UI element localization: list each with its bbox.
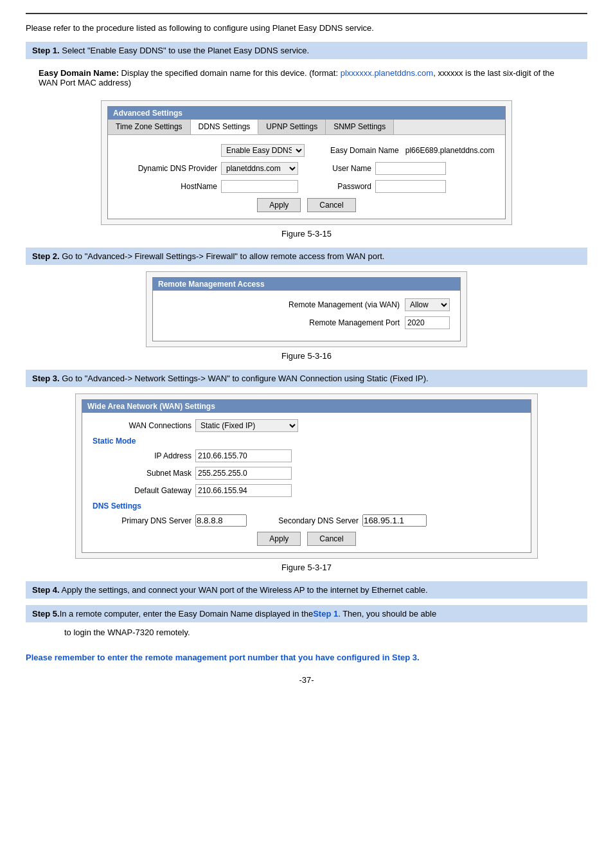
tab-upnp[interactable]: UPNP Settings	[258, 120, 326, 134]
step2-bar: Step 2. Go to "Advanced-> Firewall Setti…	[26, 248, 587, 265]
step1-num: Step 1.	[32, 46, 60, 55]
user-name-pair: User Name	[324, 162, 446, 175]
adv-body: Enable Easy DDNS Easy Domain Name pl66E6…	[108, 135, 505, 219]
adv-apply-button[interactable]: Apply	[257, 198, 301, 212]
step2-text: Go to "Advanced-> Firewall Settings-> Fi…	[60, 251, 385, 261]
adv-cancel-button[interactable]: Cancel	[307, 198, 355, 212]
dynamic-dns-select[interactable]: planetddns.com	[221, 162, 298, 175]
step5-num: Step 5.	[32, 609, 60, 619]
page-num: -37-	[26, 675, 587, 685]
adv-tabs: Time Zone Settings DDNS Settings UPNP Se…	[108, 120, 505, 135]
user-name-label: User Name	[324, 164, 375, 173]
step5-bar: Step 5. In a remote computer, enter the …	[26, 605, 587, 622]
hostname-label: HostName	[118, 182, 221, 191]
intro-text: Please refer to the procedure listed as …	[26, 23, 587, 33]
wan-panel: Wide Area Network (WAN) Settings WAN Con…	[82, 399, 531, 553]
dns-row: Primary DNS Server Secondary DNS Server	[93, 514, 520, 527]
wan-btn-row: Apply Cancel	[93, 532, 520, 546]
figure1-container: Advanced Settings Time Zone Settings DDN…	[101, 100, 512, 225]
password-label: Password	[324, 182, 375, 191]
figure2-caption: Figure 5-3-16	[26, 351, 587, 361]
wan-body: WAN Connections Static (Fixed IP) Static…	[82, 413, 531, 552]
step2-num: Step 2.	[32, 251, 60, 261]
step3-num: Step 3.	[32, 374, 60, 383]
dynamic-dns-row: Dynamic DNS Provider planetddns.com User…	[118, 162, 495, 175]
tab-time-zone[interactable]: Time Zone Settings	[108, 120, 191, 134]
wan-panel-title: Wide Area Network (WAN) Settings	[82, 400, 531, 413]
step1-domain-example: plxxxxxx.planetddns.com	[341, 68, 434, 78]
secondary-dns-pair: Secondary DNS Server	[272, 514, 427, 527]
figure1-caption: Figure 5-3-15	[26, 229, 587, 239]
tab-ddns[interactable]: DDNS Settings	[191, 120, 259, 134]
easy-domain-value: pl66E689.planetddns.com	[405, 146, 495, 155]
tab-snmp[interactable]: SNMP Settings	[326, 120, 394, 134]
step5-text-after: . Then, you should be able	[338, 609, 436, 619]
step1-bar: Step 1. Select "Enable Easy DDNS" to use…	[26, 42, 587, 59]
easy-domain-pair: Easy Domain Name pl66E689.planetddns.com	[330, 146, 495, 155]
step3-bar: Step 3. Go to "Advanced-> Network Settin…	[26, 370, 587, 387]
rm-via-wan-row: Remote Management (via WAN) Allow	[163, 298, 450, 311]
password-input[interactable]	[375, 180, 446, 193]
adv-btn-row: Apply Cancel	[118, 198, 495, 212]
step5-wrapper: Step 5. In a remote computer, enter the …	[26, 605, 587, 644]
step5-step-ref: Step 1	[313, 609, 338, 619]
secondary-dns-label: Secondary DNS Server	[272, 516, 362, 525]
step1-detail-text: Display the specified domain name for th…	[119, 68, 341, 78]
gateway-input[interactable]	[195, 484, 292, 497]
rm-via-wan-label: Remote Management (via WAN)	[289, 300, 400, 309]
hostname-row: HostName Password	[118, 180, 495, 193]
easy-domain-label: Easy Domain Name	[330, 146, 403, 155]
subnet-label: Subnet Mask	[93, 469, 195, 478]
wan-apply-button[interactable]: Apply	[257, 532, 301, 546]
step4-bar: Step 4. Apply the settings, and connect …	[26, 581, 587, 599]
subnet-row: Subnet Mask	[93, 467, 520, 480]
step4-num: Step 4.	[32, 585, 60, 595]
remember-note: Please remember to enter the remote mana…	[26, 653, 587, 662]
rm-port-row: Remote Management Port	[163, 316, 450, 329]
password-pair: Password	[324, 180, 446, 193]
adv-panel-title: Advanced Settings	[108, 107, 505, 120]
wan-connections-row: WAN Connections Static (Fixed IP)	[93, 419, 520, 432]
wan-cancel-button[interactable]: Cancel	[307, 532, 355, 546]
primary-dns-label: Primary DNS Server	[93, 516, 195, 525]
top-divider	[26, 13, 587, 14]
user-name-input[interactable]	[375, 162, 446, 175]
ip-label: IP Address	[93, 451, 195, 460]
rm-body: Remote Management (via WAN) Allow Remote…	[153, 291, 460, 341]
advanced-settings-panel: Advanced Settings Time Zone Settings DDN…	[107, 106, 506, 219]
dns-settings-title: DNS Settings	[93, 502, 520, 511]
wan-connections-label: WAN Connections	[93, 421, 195, 430]
rm-port-label: Remote Management Port	[309, 318, 400, 327]
step3-text: Go to "Advanced-> Network Settings-> WAN…	[60, 374, 429, 383]
step4-text: Apply the settings, and connect your WAN…	[60, 585, 428, 595]
figure3-container: Wide Area Network (WAN) Settings WAN Con…	[75, 393, 538, 559]
subnet-input[interactable]	[195, 467, 292, 480]
ip-input[interactable]	[195, 449, 292, 462]
step5-text-before: In a remote computer, enter the Easy Dom…	[60, 609, 314, 619]
static-mode-title: Static Mode	[93, 437, 520, 446]
primary-dns-pair: Primary DNS Server	[93, 514, 247, 527]
enable-ddns-select[interactable]: Enable Easy DDNS	[221, 144, 305, 157]
step5-indent: to login the WNAP-7320 remotely.	[26, 625, 587, 644]
step1-detail-label: Easy Domain Name:	[39, 68, 119, 78]
gateway-row: Default Gateway	[93, 484, 520, 497]
rm-port-input[interactable]	[405, 316, 450, 329]
hostname-input[interactable]	[221, 180, 298, 193]
dynamic-dns-label: Dynamic DNS Provider	[118, 164, 221, 173]
figure3-caption: Figure 5-3-17	[26, 563, 587, 572]
gateway-label: Default Gateway	[93, 486, 195, 495]
secondary-dns-input[interactable]	[362, 514, 427, 527]
step1-text: Select "Enable Easy DDNS" to use the Pla…	[60, 46, 310, 55]
enable-ddns-row: Enable Easy DDNS Easy Domain Name pl66E6…	[118, 144, 495, 157]
rm-panel: Remote Management Access Remote Manageme…	[152, 277, 461, 341]
rm-via-wan-select[interactable]: Allow	[405, 298, 450, 311]
primary-dns-input[interactable]	[195, 514, 247, 527]
ip-row: IP Address	[93, 449, 520, 462]
wan-connections-select[interactable]: Static (Fixed IP)	[195, 419, 298, 432]
rm-panel-title: Remote Management Access	[153, 278, 460, 291]
figure2-container: Remote Management Access Remote Manageme…	[146, 271, 467, 347]
step1-detail: Easy Domain Name: Display the specified …	[26, 66, 587, 94]
